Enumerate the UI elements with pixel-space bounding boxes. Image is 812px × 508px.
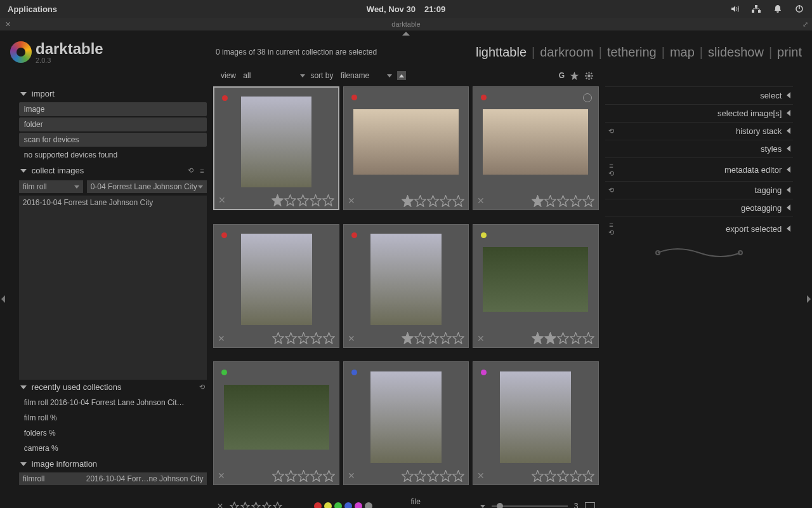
nav-tethering[interactable]: tethering <box>607 45 657 60</box>
rating-star-icon[interactable] <box>582 470 594 482</box>
window-close-icon[interactable]: ✕ <box>0 20 16 29</box>
rating-star-icon[interactable] <box>414 195 426 207</box>
rating-star-icon[interactable] <box>427 470 439 482</box>
rating-star-icon[interactable] <box>310 470 322 482</box>
collect-header[interactable]: collect images ⟲≡ <box>19 163 207 178</box>
thumbnail[interactable]: ✕ <box>343 86 469 210</box>
tagging-header[interactable]: ⟲tagging <box>605 181 794 199</box>
thumbnail[interactable]: ✕ <box>213 86 339 210</box>
reject-icon[interactable]: ✕ <box>348 471 355 481</box>
recent-item[interactable]: film roll % <box>19 411 207 425</box>
reset-icon[interactable]: ⟲ <box>608 187 615 194</box>
rating-star-icon[interactable] <box>440 470 452 482</box>
panel-expand-top[interactable] <box>0 30 812 37</box>
recent-header[interactable]: recently used collections ⟲ <box>19 380 207 394</box>
rating-star-icon[interactable] <box>532 470 544 482</box>
rating-star-icon[interactable] <box>557 332 569 344</box>
collect-result-item[interactable]: 2016-10-04 Forrest Lane Johnson City <box>23 198 204 207</box>
rating-star-icon[interactable] <box>284 194 296 206</box>
rating-star-icon[interactable] <box>452 470 464 482</box>
reject-icon[interactable]: ✕ <box>348 333 355 344</box>
rating-star-icon[interactable] <box>310 194 322 206</box>
reset-icon[interactable]: ⟲ <box>608 170 615 177</box>
nav-map[interactable]: map <box>670 45 695 60</box>
rating-star-icon[interactable] <box>402 195 414 207</box>
rating-star-icon[interactable] <box>544 195 556 207</box>
display-profile-icon[interactable] <box>585 502 595 508</box>
geotagging-header[interactable]: geotagging <box>605 199 794 217</box>
history-header[interactable]: ⟲history stack <box>605 122 794 140</box>
rating-star-icon[interactable] <box>322 194 334 206</box>
presets-icon[interactable]: ≡ <box>198 167 206 175</box>
network-icon[interactable] <box>751 4 761 14</box>
rating-star-icon[interactable] <box>402 332 414 344</box>
rating-star-icon[interactable] <box>427 195 439 207</box>
presets-icon[interactable]: ≡ <box>608 221 615 229</box>
thumbnail[interactable]: ✕ <box>473 224 598 348</box>
rating-star-icon[interactable] <box>532 332 544 344</box>
view-filter-dropdown[interactable]: view all <box>221 71 305 80</box>
panel-collapse-right[interactable] <box>806 84 812 508</box>
rating-star-icon[interactable] <box>323 470 335 482</box>
thumbnail[interactable]: ✕ <box>343 361 469 485</box>
sort-dropdown[interactable]: sort by filename <box>310 71 392 80</box>
color-label-dot[interactable] <box>481 232 487 238</box>
reject-icon[interactable]: ✕ <box>477 333 485 344</box>
reset-icon[interactable]: ⟲ <box>608 128 615 135</box>
preferences-gear-icon[interactable] <box>584 71 594 81</box>
presets-icon[interactable]: ≡ <box>608 162 615 170</box>
recent-item[interactable]: film roll 2016-10-04 Forrest Lane Johnso… <box>19 396 207 410</box>
styles-header[interactable]: styles <box>605 140 794 157</box>
rating-star-icon[interactable] <box>298 332 310 344</box>
rating-star-icon[interactable] <box>440 332 452 344</box>
rating-star-icon[interactable] <box>570 332 582 344</box>
reject-icon[interactable]: ✕ <box>477 471 485 481</box>
power-icon[interactable] <box>794 4 804 14</box>
color-label-filter-dot[interactable] <box>314 502 322 508</box>
notifications-icon[interactable] <box>773 4 783 14</box>
nav-darkroom[interactable]: darkroom <box>540 45 593 60</box>
color-label-filter-dot[interactable] <box>344 502 352 508</box>
panel-collapse-left[interactable] <box>0 84 6 508</box>
selected-images-header[interactable]: selected image[s] <box>605 104 794 122</box>
import-image[interactable]: image <box>19 102 207 116</box>
overlay-star-icon[interactable] <box>570 71 579 81</box>
rating-star-icon[interactable] <box>452 195 464 207</box>
nav-print[interactable]: print <box>777 45 802 60</box>
rating-star-icon[interactable] <box>544 470 556 482</box>
rating-star-icon[interactable] <box>414 470 426 482</box>
rating-star-icon[interactable] <box>544 332 556 344</box>
thumbnail[interactable]: ✕ <box>213 224 339 348</box>
thumbnail[interactable]: ✕ <box>473 361 598 485</box>
color-label-dot[interactable] <box>351 95 357 100</box>
metadata-header[interactable]: ≡⟲metadata editor <box>605 157 794 181</box>
reset-icon[interactable]: ⟲ <box>187 167 194 175</box>
color-label-filter-dot[interactable] <box>355 502 362 508</box>
rating-star-icon[interactable] <box>298 470 310 482</box>
collect-value-dropdown[interactable]: 0-04 Forrest Lane Johnson City <box>87 180 207 193</box>
color-label-filter-dot[interactable] <box>324 502 332 508</box>
applications-menu[interactable]: Applications <box>8 4 57 14</box>
volume-icon[interactable] <box>730 4 740 14</box>
zoom-slider[interactable] <box>492 505 568 507</box>
rating-star-icon[interactable] <box>582 332 594 344</box>
nav-lighttable[interactable]: lighttable <box>476 45 527 60</box>
rating-star-icon[interactable] <box>452 332 464 344</box>
collect-by-dropdown[interactable]: film roll <box>19 180 83 193</box>
reject-icon[interactable]: ✕ <box>348 196 355 206</box>
reject-icon[interactable]: ✕ <box>218 333 225 344</box>
recent-item[interactable]: folders % <box>19 426 207 440</box>
rating-star-icon[interactable] <box>557 470 569 482</box>
collect-results-list[interactable]: 2016-10-04 Forrest Lane Johnson City <box>19 196 207 380</box>
rating-star-icon[interactable] <box>285 332 297 344</box>
rating-star-icon[interactable] <box>297 194 309 206</box>
rating-star-icon[interactable] <box>557 195 569 207</box>
import-scan[interactable]: scan for devices <box>19 133 207 147</box>
recent-item[interactable]: camera % <box>19 441 207 455</box>
thumbnail[interactable]: ✕ <box>213 361 339 485</box>
thumbnail[interactable]: ✕ <box>473 86 598 210</box>
reject-filter-icon[interactable]: ✕ <box>217 502 223 508</box>
reset-icon[interactable]: ⟲ <box>198 384 206 391</box>
window-maximize-icon[interactable]: ⤢ <box>799 20 812 29</box>
import-header[interactable]: import <box>19 86 207 101</box>
